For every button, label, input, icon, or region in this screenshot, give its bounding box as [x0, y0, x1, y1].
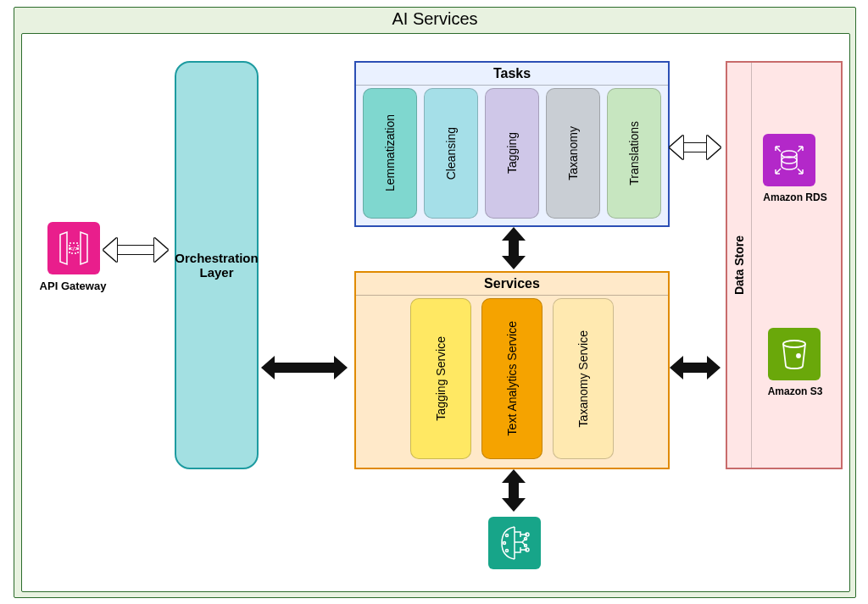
rds-icon [763, 134, 815, 186]
task-cleansing: Cleansing [424, 88, 478, 219]
outer-title: AI Services [14, 8, 855, 30]
data-store-content: Amazon RDS Amazon S3 [754, 71, 836, 459]
task-tagging: Tagging [485, 88, 539, 219]
task-taxonomy: Taxanomy [546, 88, 600, 219]
svg-point-5 [797, 354, 800, 357]
rds-label: Amazon RDS [763, 191, 826, 203]
services-container: Services Tagging Service Text Analytics … [354, 271, 670, 469]
task-translations: Translations [607, 88, 661, 219]
arrow-services-sagemaker [502, 469, 526, 512]
arrow-services-datastore [670, 356, 721, 380]
ai-services-outer: AI Services </> API Gateway [14, 7, 856, 598]
data-store-title: Data Store [727, 63, 752, 468]
api-gateway-label: API Gateway [31, 280, 115, 292]
service-taxonomy: Taxanomy Service [553, 298, 614, 459]
arrow-tasks-datastore [670, 136, 721, 159]
tasks-container: Tasks Lemmatization Cleansing Tagging Ta… [354, 61, 670, 227]
s3-icon [768, 328, 821, 380]
rds-block: Amazon RDS [763, 134, 826, 203]
s3-block: Amazon S3 [768, 328, 823, 397]
diagram-canvas: AI Services </> API Gateway [0, 0, 868, 604]
inner-frame: </> API Gateway Orchestration Layer Task… [21, 33, 850, 592]
data-store-container: Data Store Amazon RDS [726, 61, 843, 469]
sagemaker-icon [488, 517, 541, 569]
svg-point-4 [783, 341, 805, 347]
orchestration-label: Orchestration Layer [175, 251, 258, 280]
orchestration-layer: Orchestration Layer [175, 61, 259, 469]
tasks-row: Lemmatization Cleansing Tagging Taxanomy… [363, 88, 661, 219]
services-title: Services [356, 273, 668, 296]
arrow-api-orchestration [103, 238, 168, 262]
service-tagging: Tagging Service [410, 298, 471, 459]
gateway-glyph-icon: </> [55, 230, 92, 267]
task-lemmatization: Lemmatization [363, 88, 417, 219]
service-text-analytics: Text Analytics Service [481, 298, 542, 459]
s3-label: Amazon S3 [768, 385, 823, 397]
svg-text:</>: </> [70, 246, 78, 252]
svg-point-10 [506, 535, 509, 537]
api-gateway-icon: </> [47, 222, 100, 274]
tasks-title: Tasks [356, 63, 668, 86]
svg-point-12 [506, 550, 509, 552]
services-row: Tagging Service Text Analytics Service T… [398, 298, 626, 459]
arrow-orch-services [261, 356, 348, 380]
arrow-tasks-services [502, 227, 526, 269]
svg-point-11 [504, 542, 506, 545]
